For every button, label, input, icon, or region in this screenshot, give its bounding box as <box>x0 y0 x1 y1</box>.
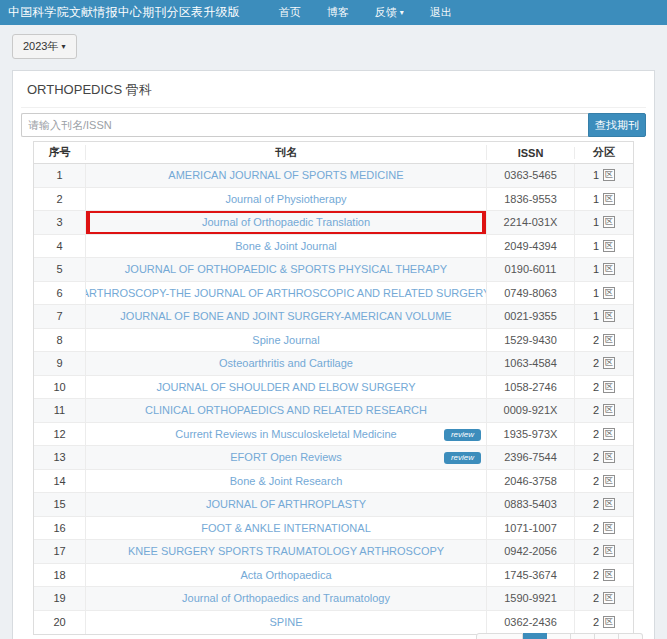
nav-item-退出[interactable]: 退出 <box>430 5 452 20</box>
zone-cell: 2 区 <box>575 587 633 610</box>
pager-page-5[interactable]: 5 <box>619 633 643 639</box>
search-journal-button[interactable]: 查找期刊 <box>588 113 646 137</box>
table-row: 13 EFORT Open Reviews review 2396-7544 2… <box>34 446 633 470</box>
issn-value: 2214-031X <box>487 211 575 234</box>
zone-cell: 2 区 <box>575 376 633 399</box>
zone-number: 2 <box>593 616 599 628</box>
zone-cell: 2 区 <box>575 517 633 540</box>
zone-cell: 2 区 <box>575 352 633 375</box>
zone-cell: 2 区 <box>575 493 633 516</box>
caret-down-icon: ▾ <box>400 8 404 17</box>
issn-value: 2396-7544 <box>487 446 575 469</box>
journal-name-cell: Bone & Joint Journal <box>86 235 487 258</box>
row-number: 14 <box>34 470 86 493</box>
issn-value: 0190-6011 <box>487 258 575 281</box>
zone-box-icon: 区 <box>603 169 615 181</box>
zone-number: 1 <box>593 216 599 228</box>
issn-value: 1058-2746 <box>487 376 575 399</box>
zone-number: 2 <box>593 428 599 440</box>
nav-item-首页[interactable]: 首页 <box>279 5 301 20</box>
table-row: 14 Bone & Joint Research 2046-3758 2 区 <box>34 470 633 494</box>
journal-name-cell: Journal of Orthopaedic Translation <box>86 211 487 234</box>
journal-name-link[interactable]: Journal of Physiotherapy <box>225 193 346 205</box>
nav-item-反馈[interactable]: 反馈▾ <box>375 5 404 20</box>
issn-value: 1935-973X <box>487 423 575 446</box>
zone-box-icon: 区 <box>603 475 615 487</box>
table-row: 18 Acta Orthopaedica 1745-3674 2 区 <box>34 564 633 588</box>
year-dropdown-label: 2023年 <box>23 40 58 52</box>
journal-name-link[interactable]: CLINICAL ORTHOPAEDICS AND RELATED RESEAR… <box>145 404 427 416</box>
row-number: 17 <box>34 540 86 563</box>
journal-name-link[interactable]: Spine Journal <box>252 334 319 346</box>
pager-prev-button[interactable]: « <box>476 633 523 639</box>
zone-box-icon: 区 <box>603 193 615 205</box>
zone-cell: 1 区 <box>575 188 633 211</box>
table-row: 19 Journal of Orthopaedics and Traumatol… <box>34 587 633 611</box>
pager-page-1[interactable]: 1 <box>523 633 547 639</box>
zone-cell: 1 区 <box>575 211 633 234</box>
caret-down-icon: ▾ <box>61 42 65 51</box>
journal-name-link[interactable]: JOURNAL OF ARTHROPLASTY <box>206 498 366 510</box>
journal-table-header: 序号 刊名 ISSN 分区 <box>34 142 633 164</box>
journal-name-link[interactable]: Bone & Joint Research <box>230 475 343 487</box>
journal-name-link[interactable]: FOOT & ANKLE INTERNATIONAL <box>201 522 371 534</box>
year-dropdown-button[interactable]: 2023年▾ <box>12 34 77 59</box>
zone-cell: 1 区 <box>575 235 633 258</box>
site-brand[interactable]: 中国科学院文献情报中心期刊分区表升级版 <box>8 4 240 21</box>
pager-page-3[interactable]: 3 <box>571 633 595 639</box>
issn-value: 1063-4584 <box>487 352 575 375</box>
issn-value: 2049-4394 <box>487 235 575 258</box>
zone-cell: 1 区 <box>575 305 633 328</box>
zone-cell: 1 区 <box>575 258 633 281</box>
journal-name-link[interactable]: EFORT Open Reviews <box>230 451 341 463</box>
journal-name-cell: AMERICAN JOURNAL OF SPORTS MEDICINE <box>86 164 487 187</box>
header-zone: 分区 <box>575 145 633 160</box>
table-row: 9 Osteoarthritis and Cartilage 1063-4584… <box>34 352 633 376</box>
zone-number: 2 <box>593 451 599 463</box>
journal-name-link[interactable]: KNEE SURGERY SPORTS TRAUMATOLOGY ARTHROS… <box>128 545 444 557</box>
issn-value: 0362-2436 <box>487 611 575 635</box>
journal-table: 序号 刊名 ISSN 分区 1 AMERICAN JOURNAL OF SPOR… <box>33 141 634 635</box>
journal-name-link[interactable]: SPINE <box>269 616 302 628</box>
zone-cell: 1 区 <box>575 282 633 305</box>
zone-number: 2 <box>593 569 599 581</box>
zone-cell: 2 区 <box>575 423 633 446</box>
table-row: 8 Spine Journal 1529-9430 2 区 <box>34 329 633 353</box>
zone-box-icon: 区 <box>603 310 615 322</box>
navbar-menu: 首页博客反馈▾退出 <box>266 5 465 20</box>
journal-name-cell: FOOT & ANKLE INTERNATIONAL <box>86 517 487 540</box>
journal-name-link[interactable]: JOURNAL OF ORTHOPAEDIC & SPORTS PHYSICAL… <box>125 263 447 275</box>
zone-number: 2 <box>593 475 599 487</box>
journal-name-link[interactable]: Osteoarthritis and Cartilage <box>219 357 353 369</box>
zone-number: 2 <box>593 545 599 557</box>
nav-item-博客[interactable]: 博客 <box>327 5 349 20</box>
row-number: 12 <box>34 423 86 446</box>
pager-page-4[interactable]: 4 <box>595 633 619 639</box>
table-row: 4 Bone & Joint Journal 2049-4394 1 区 <box>34 235 633 259</box>
zone-cell: 2 区 <box>575 399 633 422</box>
zone-box-icon: 区 <box>603 334 615 346</box>
journal-name-link[interactable]: Current Reviews in Musculoskeletal Medic… <box>175 428 396 440</box>
row-number: 13 <box>34 446 86 469</box>
pagination-bar: «12345 <box>476 633 643 639</box>
journal-name-link[interactable]: AMERICAN JOURNAL OF SPORTS MEDICINE <box>168 169 403 181</box>
journal-name-cell: JOURNAL OF SHOULDER AND ELBOW SURGERY <box>86 376 487 399</box>
issn-value: 0749-8063 <box>487 282 575 305</box>
journal-name-link[interactable]: Journal of Orthopaedic Translation <box>202 216 370 228</box>
journal-name-link[interactable]: Journal of Orthopaedics and Traumatology <box>182 592 390 604</box>
pager-page-2[interactable]: 2 <box>547 633 571 639</box>
journal-name-link[interactable]: ARTHROSCOPY-THE JOURNAL OF ARTHROSCOPIC … <box>86 287 487 299</box>
journal-name-cell: Spine Journal <box>86 329 487 352</box>
zone-cell: 1 区 <box>575 164 633 187</box>
page-content: 2023年▾ ORTHOPEDICS 骨科 查找期刊 序号 刊名 ISSN 分区… <box>0 25 667 639</box>
table-row: 7 JOURNAL OF BONE AND JOINT SURGERY-AMER… <box>34 305 633 329</box>
journal-name-link[interactable]: JOURNAL OF SHOULDER AND ELBOW SURGERY <box>156 381 415 393</box>
zone-box-icon: 区 <box>603 381 615 393</box>
zone-box-icon: 区 <box>603 569 615 581</box>
row-number: 11 <box>34 399 86 422</box>
journal-name-link[interactable]: Acta Orthopaedica <box>240 569 331 581</box>
journal-name-link[interactable]: Bone & Joint Journal <box>235 240 337 252</box>
search-input[interactable] <box>21 113 588 137</box>
journal-name-link[interactable]: JOURNAL OF BONE AND JOINT SURGERY-AMERIC… <box>120 310 451 322</box>
table-row: 3 Journal of Orthopaedic Translation 221… <box>34 211 633 235</box>
